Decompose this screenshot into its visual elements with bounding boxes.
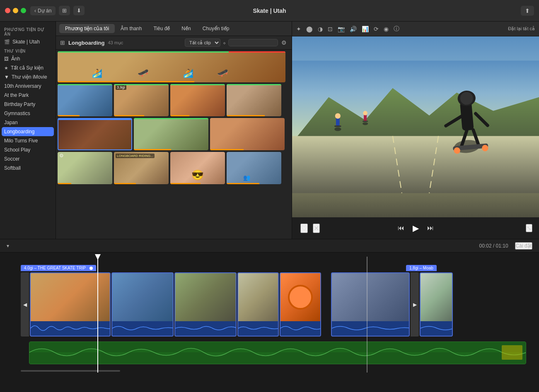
clip-handle-right[interactable]: ▶: [411, 272, 419, 337]
search-input[interactable]: [228, 39, 278, 46]
sidebar-item-10th[interactable]: 10th Anniversary: [0, 82, 56, 91]
media-thumb-4b[interactable]: LONGBOARD RIDING...: [114, 152, 169, 184]
sidebar-item-atpark[interactable]: At the Park: [0, 91, 56, 100]
audio-clip-1[interactable]: 1,1ph – Down the Road: [29, 341, 526, 364]
tab-transitions[interactable]: Chuyển tiếp: [197, 24, 235, 33]
item-label: At the Park: [4, 92, 29, 98]
item-label: 10th Anniversary: [4, 83, 41, 89]
media-thumb-4d[interactable]: 👥: [227, 152, 281, 184]
bottom-panel: ▾ 00:02 / 01:10 Cài đặt 4.0gi – THE GREA…: [0, 239, 539, 392]
video-clip-6[interactable]: [331, 272, 410, 337]
svg-point-5: [334, 127, 341, 131]
clip-label-2: 1,8gi – Moab: [406, 265, 437, 271]
tab-my-media[interactable]: Phương tiện của tôi: [59, 24, 115, 33]
import-button[interactable]: ⬇: [73, 6, 85, 15]
info-icon[interactable]: ⓘ: [394, 25, 399, 33]
all-events-label: Tất cả Sự kiện: [11, 65, 44, 71]
waveform-7: [421, 321, 452, 336]
waveform-3: [175, 321, 236, 336]
sidebar-item-schoolplay[interactable]: School Play: [0, 145, 56, 154]
sidebar-item-project[interactable]: 🎬 Skate | Utah: [0, 37, 56, 46]
video-clip-1[interactable]: [30, 272, 111, 337]
color-wheel-icon[interactable]: ⬤: [306, 26, 313, 32]
media-grid: 🏄 🛹 🏄 🛹 3,9gi: [56, 50, 292, 239]
filter-icon[interactable]: ◉: [384, 26, 389, 32]
timeline-scroll-area[interactable]: 4.0gi – THE GREAT SKATE TRIP 1,8gi – Moa…: [0, 253, 539, 392]
sidebar-item-photos[interactable]: 🖼 Ảnh: [0, 54, 56, 63]
camera-icon[interactable]: 📷: [338, 26, 345, 32]
tab-audio[interactable]: Âm thanh: [115, 24, 147, 33]
media-thumb-3a[interactable]: [58, 118, 132, 150]
reset-all-button[interactable]: Đặt lại tất cả: [508, 26, 535, 31]
browser-title: Longboarding: [68, 40, 104, 46]
media-thumb-2c[interactable]: [170, 84, 225, 116]
close-button[interactable]: [5, 8, 10, 13]
sidebar-item-gymnastics[interactable]: Gymnastics: [0, 109, 56, 118]
skip-forward-button[interactable]: ⏭: [427, 224, 434, 232]
grid-toggle-button[interactable]: ⊞: [60, 39, 65, 46]
inspector-toolbar: ✦ ⬤ ◑ ⊡ 📷 🔊 📊 ⟳ ◉ ⓘ Đặt lại tất cả: [292, 22, 539, 36]
timeline-settings-button[interactable]: Cài đặt: [515, 242, 532, 250]
tab-titles[interactable]: Tiêu đề: [147, 24, 176, 33]
clip-handle-left[interactable]: ◀: [21, 272, 29, 337]
clip-gap: [322, 272, 330, 337]
sidebar-item-longboarding[interactable]: Longboarding: [2, 127, 54, 136]
clip-label-1: 4.0gi – THE GREAT SKATE TRIP: [21, 265, 96, 271]
svg-rect-6: [336, 118, 340, 125]
sidebar-item-japan[interactable]: Japan: [0, 118, 56, 127]
video-clip-2[interactable]: [111, 272, 174, 337]
sidebar-item-softball[interactable]: Softball: [0, 164, 56, 173]
star-icon: ★: [4, 65, 8, 71]
chart-icon[interactable]: 📊: [362, 26, 369, 32]
video-clip-4[interactable]: [237, 272, 279, 337]
media-thumb-4a[interactable]: ⚙: [58, 152, 112, 184]
tab-backgrounds[interactable]: Nền: [176, 24, 196, 33]
favorite-button[interactable]: ♡: [300, 224, 308, 233]
scroll-indicator[interactable]: [21, 370, 120, 372]
timeline-playhead-secondary: [367, 257, 367, 373]
back-button[interactable]: ‹ Dự án: [30, 6, 56, 15]
library-view-button[interactable]: ⊞: [59, 6, 70, 15]
reject-button[interactable]: ✕: [313, 224, 320, 233]
fullscreen-button[interactable]: ⤡: [526, 224, 532, 232]
share-button[interactable]: ⬆: [521, 6, 534, 16]
media-thumb-2a[interactable]: [58, 84, 112, 116]
clip-filter-select[interactable]: Tất cả clip: [185, 38, 220, 47]
audio-track: 1,1ph – Down the Road: [29, 341, 539, 364]
timeline-playhead-icon: ▾: [7, 243, 9, 249]
video-clip-7[interactable]: [420, 272, 453, 337]
item-label: Softball: [4, 165, 21, 171]
sidebar-item-all-events[interactable]: ★ Tất cả Sự kiện: [0, 63, 56, 72]
video-clip-3[interactable]: [174, 272, 237, 337]
magic-wand-icon[interactable]: ✦: [296, 26, 301, 32]
timeline-header: ▾ 00:02 / 01:10 Cài đặt: [0, 239, 539, 253]
svg-point-11: [363, 111, 367, 115]
maximize-button[interactable]: [21, 8, 26, 13]
sidebar-item-milo[interactable]: Milo Turns Five: [0, 136, 56, 145]
play-button[interactable]: ▶: [413, 223, 419, 233]
film-icon: 🎬: [4, 39, 10, 45]
media-thumb-3b[interactable]: [134, 118, 208, 150]
color-balance-icon[interactable]: ◑: [318, 26, 323, 32]
media-thumb-4c[interactable]: 😎: [170, 152, 225, 184]
video-clip-5[interactable]: [280, 272, 321, 337]
media-thumb-2d[interactable]: [227, 84, 281, 116]
waveform-2: [112, 321, 173, 336]
skip-back-button[interactable]: ⏮: [398, 224, 404, 232]
volume-icon[interactable]: 🔊: [350, 26, 357, 32]
crop-icon[interactable]: ⊡: [328, 26, 333, 32]
sidebar-item-birthday[interactable]: Birthday Party: [0, 100, 56, 109]
waveform-5: [280, 321, 320, 336]
svg-rect-12: [363, 121, 368, 122]
minimize-button[interactable]: [13, 8, 18, 13]
gear-button[interactable]: ⚙: [280, 39, 288, 46]
item-label: Milo Turns Five: [4, 138, 38, 144]
media-thumb-panoramic[interactable]: 🏄 🛹 🏄 🛹: [58, 51, 285, 82]
item-label: Soccer: [4, 156, 19, 162]
stabilize-icon[interactable]: ⟳: [374, 26, 379, 32]
project-item-label: Skate | Utah: [12, 39, 40, 45]
media-thumb-2b[interactable]: 3,9gi: [114, 84, 169, 116]
sidebar-item-soccer[interactable]: Soccer: [0, 154, 56, 164]
svg-rect-2: [292, 136, 539, 193]
media-thumb-3c[interactable]: [210, 118, 285, 150]
